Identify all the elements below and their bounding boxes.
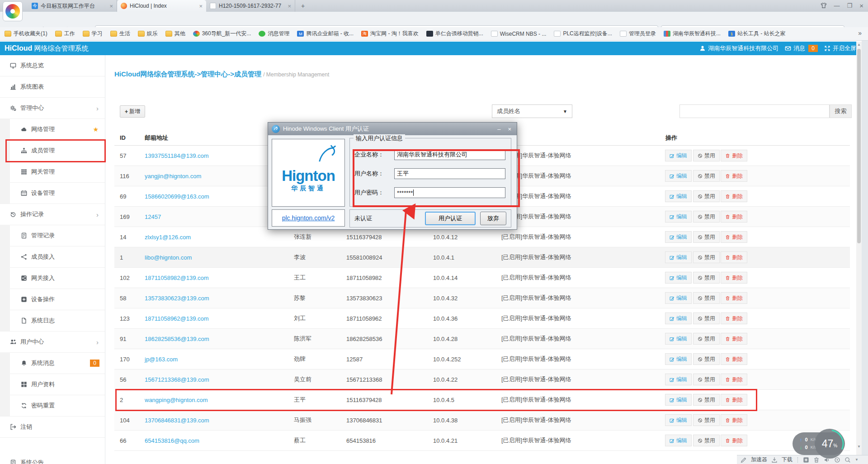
delete-button[interactable]: 删除: [721, 435, 747, 446]
add-member-button[interactable]: + 新增: [120, 105, 145, 118]
messages-menu[interactable]: 消息 0: [785, 44, 818, 52]
sidebar-item[interactable]: 系统图表: [0, 76, 105, 98]
sidebar-item[interactable]: 设备操作: [0, 289, 105, 310]
disable-button[interactable]: 禁用: [693, 251, 720, 263]
sidebar-item[interactable]: 系统日志: [0, 310, 105, 331]
bookmark-item[interactable]: 学习: [83, 30, 103, 38]
browser-tab[interactable]: H120-1509-1617-2932-77 ×: [206, 0, 295, 12]
zoom-icon[interactable]: [844, 457, 851, 463]
new-tab-button[interactable]: +: [297, 2, 308, 10]
bookmark-item[interactable]: 淘 淘宝网 - 淘！我喜欢: [361, 30, 419, 38]
disable-button[interactable]: 禁用: [693, 211, 720, 223]
cell-email-link[interactable]: libo@hignton.com: [139, 254, 288, 261]
maximize-button[interactable]: ❐: [847, 2, 853, 9]
delete-button[interactable]: 删除: [721, 374, 747, 385]
sidebar-item[interactable]: 系统总览: [0, 55, 105, 76]
bookmark-item[interactable]: M 腾讯企业邮箱 - 收...: [297, 30, 354, 38]
cell-email-link[interactable]: 18711058982@139.com: [139, 275, 288, 281]
bookmark-item[interactable]: 手机收藏夹(1): [5, 30, 47, 38]
edit-button[interactable]: 编辑: [665, 394, 692, 406]
memory-percent-badge[interactable]: 47 %: [815, 429, 844, 459]
edit-button[interactable]: 编辑: [665, 333, 692, 345]
browser-tab[interactable]: HiCloud | Index ×: [117, 0, 206, 12]
cell-email-link[interactable]: zlxlsy1@126.com: [139, 234, 288, 241]
edit-button[interactable]: 编辑: [665, 435, 692, 446]
bookmark-item[interactable]: 其他: [165, 30, 185, 38]
sidebar-item[interactable]: 系统公告: [0, 452, 105, 464]
delete-button[interactable]: 删除: [721, 394, 747, 406]
scroll-up-icon[interactable]: ▲: [856, 43, 862, 47]
sidebar-item[interactable]: 网络管理 ★: [0, 119, 105, 140]
delete-button[interactable]: 删除: [721, 150, 747, 161]
page-scrollbar[interactable]: ▲ ▼: [856, 42, 862, 455]
disable-button[interactable]: 禁用: [693, 150, 720, 161]
disable-button[interactable]: 禁用: [693, 312, 720, 324]
edit-button[interactable]: 编辑: [665, 150, 692, 161]
delete-button[interactable]: 删除: [721, 414, 747, 426]
sidebar-item[interactable]: 操作记录 ›: [0, 204, 105, 225]
disable-button[interactable]: 禁用: [693, 292, 720, 304]
minimize-button[interactable]: —: [834, 2, 840, 9]
delete-button[interactable]: 删除: [721, 251, 747, 263]
delete-button[interactable]: 删除: [721, 190, 747, 202]
accelerator-icon[interactable]: [741, 457, 747, 463]
cell-email-link[interactable]: 18628258536@139.com: [139, 336, 288, 342]
tab-close-icon[interactable]: ×: [288, 3, 291, 9]
tab-close-icon[interactable]: ×: [109, 3, 113, 9]
username-field-input[interactable]: 王平: [394, 168, 505, 179]
cell-email-link[interactable]: 12457: [139, 213, 288, 220]
cell-email-link[interactable]: 13573830623@139.com: [139, 295, 288, 302]
hignton-link[interactable]: plc.hignton.com/v2: [282, 214, 335, 222]
cell-email-link[interactable]: wangping@hignton.com: [139, 397, 288, 403]
sidebar-item[interactable]: 成员接入: [0, 246, 105, 268]
cancel-button[interactable]: 放弃: [480, 212, 506, 225]
edit-button[interactable]: 编辑: [665, 211, 692, 223]
dialog-close-button[interactable]: ×: [508, 126, 511, 133]
edit-button[interactable]: 编辑: [665, 353, 692, 365]
download-label[interactable]: 下载: [782, 456, 793, 464]
add-tool-icon[interactable]: [803, 457, 809, 463]
cell-email-link[interactable]: jp@163.com: [139, 356, 288, 363]
sidebar-item[interactable]: 密码重置: [0, 395, 105, 417]
sidebar-item[interactable]: 网关管理: [0, 161, 105, 183]
disable-button[interactable]: 禁用: [693, 272, 720, 284]
dialog-title-bar[interactable]: Hinode Windows Client 用户认证 – ×: [268, 123, 517, 135]
filter-select[interactable]: 成员姓名 ▼: [492, 104, 572, 118]
bookmark-item[interactable]: 管理员登录: [620, 30, 656, 38]
bookmark-item[interactable]: 单仁合强移动营销...: [426, 30, 483, 38]
member-search-input[interactable]: [679, 104, 830, 118]
delete-button[interactable]: 删除: [721, 272, 747, 284]
bookmark-item[interactable]: 娱乐: [138, 30, 158, 38]
app-brand[interactable]: HiCloud 网络综合管理系统: [5, 44, 89, 53]
sidebar-item[interactable]: 设备管理: [0, 183, 105, 204]
sidebar-item[interactable]: 系统消息 0: [0, 353, 105, 374]
bookmark-item[interactable]: 1 站长工具 - 站长之家: [728, 30, 786, 38]
sidebar-item[interactable]: 管理记录: [0, 225, 105, 246]
edit-button[interactable]: 编辑: [665, 292, 692, 304]
sidebar-item[interactable]: 成员管理: [0, 140, 105, 161]
edit-button[interactable]: 编辑: [665, 231, 692, 243]
disable-button[interactable]: 禁用: [693, 394, 720, 406]
cell-email-link[interactable]: 15866020699@163.com: [139, 193, 288, 200]
delete-button[interactable]: 删除: [721, 353, 747, 365]
disable-button[interactable]: 禁用: [693, 190, 720, 202]
delete-button[interactable]: 删除: [721, 333, 747, 345]
disable-button[interactable]: 禁用: [693, 231, 720, 243]
cell-email-link[interactable]: yangjin@hignton.com: [139, 173, 288, 180]
fullscreen-toggle[interactable]: 开启全屏: [824, 44, 856, 52]
tab-close-icon[interactable]: ×: [199, 3, 203, 9]
search-button[interactable]: 搜索: [830, 104, 852, 118]
bookmark-item[interactable]: PLC远程监控|设备...: [554, 30, 612, 38]
bookmark-item[interactable]: WiseCRM NBS - ...: [491, 31, 547, 37]
disable-button[interactable]: 禁用: [693, 353, 720, 365]
accelerator-label[interactable]: 加速器: [751, 456, 767, 464]
close-button[interactable]: ×: [859, 2, 863, 9]
delete-button[interactable]: 删除: [721, 170, 747, 182]
delete-button[interactable]: 删除: [721, 231, 747, 243]
sidebar-item[interactable]: 网关接入: [0, 268, 105, 289]
disable-button[interactable]: 禁用: [693, 435, 720, 446]
authenticate-button[interactable]: 用户认证: [425, 212, 476, 225]
cell-email-link[interactable]: 13706846831@139.com: [139, 417, 288, 424]
edit-button[interactable]: 编辑: [665, 374, 692, 385]
cell-email-link[interactable]: 654153816@qq.com: [139, 437, 288, 444]
